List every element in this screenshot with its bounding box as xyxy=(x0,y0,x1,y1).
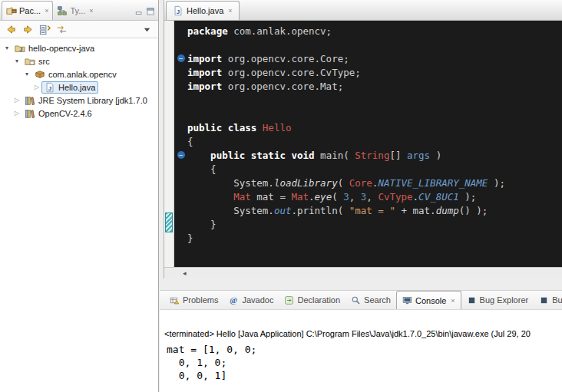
tree-item-opencv-2-4-6[interactable]: ▷OpenCV-2.4.6 xyxy=(0,107,158,120)
code-text: { xyxy=(187,136,193,147)
fold-marker-icon[interactable]: − xyxy=(174,54,187,62)
editor-tab-label: Hello.java xyxy=(187,6,223,15)
tree-item-label: OpenCV-2.4.6 xyxy=(38,109,92,118)
view-menu-icon[interactable] xyxy=(141,24,153,35)
code-line[interactable] xyxy=(174,107,562,120)
close-icon[interactable]: × xyxy=(451,297,455,305)
javadoc-icon: @ xyxy=(229,295,239,305)
code-line[interactable]: − public static void main( String[] args… xyxy=(174,148,562,162)
tree-item-body: Jhello-opencv-java xyxy=(12,42,98,54)
code-editor[interactable]: package com.anlak.opencv;−import org.ope… xyxy=(164,21,562,278)
code-line[interactable]: } xyxy=(174,217,562,231)
view-tab-pac[interactable]: Pac...× xyxy=(2,1,53,20)
bug-icon xyxy=(467,295,477,305)
close-icon[interactable]: × xyxy=(89,7,93,15)
package-icon xyxy=(35,69,45,80)
code-text: } xyxy=(187,232,193,244)
tree-item-label: Hello.java xyxy=(58,83,95,92)
code-line[interactable]: System.loadLibrary( Core.NATIVE_LIBRARY_… xyxy=(174,176,562,189)
code-line[interactable] xyxy=(174,93,562,107)
code-line[interactable]: import org.opencv.core.CvType; xyxy=(174,65,562,79)
code-line[interactable]: { xyxy=(174,134,562,148)
tab-javadoc[interactable]: @Javadoc xyxy=(223,291,279,309)
explorer-toolbar xyxy=(0,21,158,38)
tab-bug[interactable]: Bug xyxy=(534,291,562,309)
collapsed-arrow-icon[interactable]: ▷ xyxy=(32,84,41,91)
expanded-arrow-icon[interactable]: ▾ xyxy=(2,44,12,51)
tree-item-com-anlak-opencv[interactable]: ▾com.anlak.opencv xyxy=(0,68,158,81)
tab-search[interactable]: Search xyxy=(345,291,396,309)
view-tab-ty[interactable]: Ty...× xyxy=(53,1,97,20)
tab-label: Declaration xyxy=(297,295,340,305)
tree-item-hello-opencv-java[interactable]: ▾Jhello-opencv-java xyxy=(0,41,158,54)
java-file-icon: J xyxy=(45,82,55,93)
code-line[interactable]: { xyxy=(174,162,562,176)
console-output-line: 0, 0, 1] xyxy=(167,369,562,382)
code-line[interactable]: System.out.println( "mat = " + mat.dump(… xyxy=(174,203,562,217)
bottom-view-tab-bar: Problems@JavadocDeclarationSearchConsole… xyxy=(160,290,562,310)
forward-icon[interactable] xyxy=(22,24,34,35)
code-area[interactable]: package com.anlak.opencv;−import org.ope… xyxy=(174,21,562,267)
code-text: import org.opencv.core.Core; xyxy=(187,53,349,64)
java-project-icon: J xyxy=(15,43,25,54)
code-text: public static void main( String[] args ) xyxy=(187,150,441,161)
minimize-icon[interactable] xyxy=(134,7,144,16)
close-icon[interactable]: × xyxy=(45,7,48,15)
code-line[interactable]: } xyxy=(174,231,562,245)
panel-controls xyxy=(134,7,158,20)
code-line[interactable]: package com.anlak.opencv; xyxy=(174,24,562,38)
tree-item-src[interactable]: ▾src xyxy=(0,54,158,68)
fold-marker-icon[interactable]: − xyxy=(174,151,187,159)
tree-item-label: src xyxy=(38,57,50,66)
type-hierarchy-icon xyxy=(57,5,68,16)
code-line[interactable]: public class Hello xyxy=(174,120,562,134)
tab-declaration[interactable]: Declaration xyxy=(279,291,345,309)
code-line[interactable] xyxy=(174,38,562,51)
svg-text:J: J xyxy=(177,8,180,15)
console-output-line: mat = [1, 0, 0; xyxy=(167,343,562,356)
tree-item-hello-java[interactable]: ▷JHello.java xyxy=(0,81,158,94)
back-icon[interactable] xyxy=(5,24,17,35)
view-tab-label: Pac... xyxy=(19,6,41,15)
tree-item-jre-system-library-jdk1-7-0[interactable]: ▷JRE System Library [jdk1.7.0 xyxy=(0,94,158,107)
maximize-icon[interactable] xyxy=(146,7,155,16)
code-text: import org.opencv.core.CvType; xyxy=(187,67,361,78)
console-icon xyxy=(402,295,412,305)
console-header: <terminated> Hello [Java Application] C:… xyxy=(160,310,562,343)
scroll-left-icon[interactable]: ◂ xyxy=(183,269,187,277)
tab-label: Console xyxy=(415,296,446,305)
editor-tab-hello-java[interactable]: J Hello.java × xyxy=(166,1,240,20)
collapse-all-icon[interactable] xyxy=(39,24,51,35)
project-tree: ▾Jhello-opencv-java▾src▾com.anlak.opencv… xyxy=(0,38,158,120)
tree-item-body: com.anlak.opencv xyxy=(31,68,120,81)
svg-text:J: J xyxy=(19,45,22,52)
code-text: package com.anlak.opencv; xyxy=(187,25,332,37)
link-with-editor-icon[interactable] xyxy=(56,24,68,35)
code-text: System.out.println( "mat = " + mat.dump(… xyxy=(187,205,488,216)
view-tab-bar: Pac...×Ty...× xyxy=(0,0,158,21)
expanded-arrow-icon[interactable]: ▾ xyxy=(22,71,31,77)
collapsed-arrow-icon[interactable]: ▷ xyxy=(12,97,21,104)
horizontal-scrollbar[interactable]: ◂ xyxy=(164,267,562,278)
annotation-ruler[interactable] xyxy=(164,21,174,267)
tree-item-label: hello-opencv-java xyxy=(28,44,94,53)
console-view: <terminated> Hello [Java Application] C:… xyxy=(160,310,562,392)
close-icon[interactable]: × xyxy=(228,7,232,15)
library-icon xyxy=(25,95,35,106)
search-icon xyxy=(351,295,361,305)
tree-item-label: com.anlak.opencv xyxy=(48,70,117,79)
tab-label: Bug xyxy=(552,295,562,305)
code-line[interactable]: import org.opencv.core.Mat; xyxy=(174,79,562,93)
tab-problems[interactable]: Problems xyxy=(164,291,223,309)
expanded-arrow-icon[interactable]: ▾ xyxy=(12,58,21,64)
collapsed-arrow-icon[interactable]: ▷ xyxy=(12,110,21,117)
library-icon xyxy=(25,108,35,119)
code-line[interactable]: Mat mat = Mat.eye( 3, 3, CvType.CV_8UC1 … xyxy=(174,189,562,203)
code-line[interactable]: −import org.opencv.core.Core; xyxy=(174,51,562,65)
tree-item-label: JRE System Library [jdk1.7.0 xyxy=(38,96,147,105)
tab-console[interactable]: Console× xyxy=(396,291,461,309)
package-explorer-panel: Pac...×Ty...× ▾Jhello-opencv-java▾src▾co… xyxy=(0,0,159,392)
console-output: mat = [1, 0, 0; 0, 1, 0; 0, 0, 1] xyxy=(160,343,562,382)
code-text: } xyxy=(187,219,217,230)
tab-bug-explorer[interactable]: Bug Explorer xyxy=(461,291,534,309)
